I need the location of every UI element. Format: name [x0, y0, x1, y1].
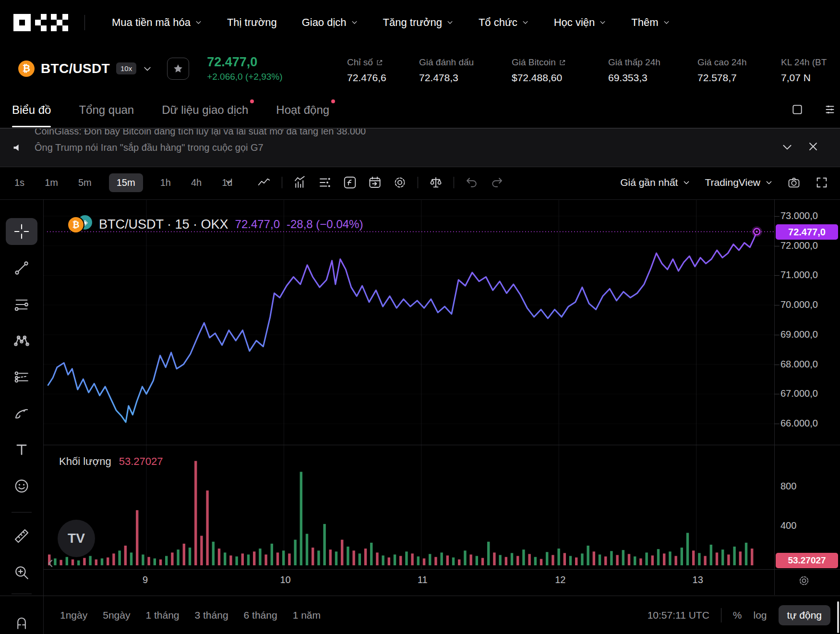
stat-label: Giá thấp 24h [608, 57, 660, 68]
time-axis-settings-icon[interactable] [798, 574, 810, 587]
nav-item-7[interactable]: Thêm [631, 16, 670, 29]
price-axis-label: 70.000,0 [780, 299, 818, 310]
goto-date-icon[interactable] [368, 175, 382, 190]
price-mode-dropdown[interactable]: Giá gần nhất [620, 177, 690, 188]
display-settings-icon[interactable] [318, 175, 332, 190]
chart-canvas[interactable] [43, 199, 774, 569]
timeframe-1s[interactable]: 1s [12, 173, 27, 192]
range-3-tháng[interactable]: 3 tháng [195, 610, 228, 621]
range-5ngày[interactable]: 5ngày [103, 610, 130, 621]
nav-item-1[interactable]: Mua tiền mã hóa [112, 16, 202, 29]
nav-item-5[interactable]: Tổ chức [479, 16, 529, 29]
axis-tick [774, 365, 780, 365]
speaker-icon [12, 141, 24, 154]
nav-item-6[interactable]: Học viện [554, 16, 607, 29]
pane-divider[interactable] [43, 445, 840, 445]
tab-tong-quan[interactable]: Tổng quan [79, 93, 134, 127]
fib-retracement-tool-icon[interactable] [13, 296, 30, 313]
emoji-tool-icon[interactable] [13, 478, 30, 494]
volume-axis-badge: 53.27027 [776, 553, 838, 568]
compare-scale-icon[interactable] [429, 175, 443, 190]
stat-value: 7,07 N [781, 72, 827, 84]
camera-icon[interactable] [787, 176, 801, 189]
timeframe-5m[interactable]: 5m [75, 173, 95, 192]
main-nav: Mua tiền mã hóaThị trườngGiao dịchTăng t… [112, 16, 670, 29]
timeframe-1h[interactable]: 1h [157, 173, 174, 192]
range-6-tháng[interactable]: 6 tháng [244, 610, 277, 621]
price-axis-label: 72.000,0 [780, 240, 818, 251]
stat-value: 72.476,6 [347, 72, 386, 84]
stat-6: KL 24h (BT7,07 N [781, 57, 827, 84]
indicators-icon[interactable] [293, 175, 307, 190]
zoom-in-tool-icon[interactable] [13, 564, 30, 581]
undo-icon[interactable] [465, 175, 479, 190]
nav-item-label: Học viện [554, 16, 595, 29]
nav-item-label: Tổ chức [479, 16, 517, 29]
tool-icons [257, 166, 504, 199]
timeframe-4h[interactable]: 4h [188, 173, 204, 192]
scrollbar-thumb[interactable] [837, 601, 839, 633]
tab-du-lieu-giao-dich[interactable]: Dữ liệu giao dịch [162, 93, 248, 127]
news-ticker[interactable]: CoinGlass: Đòn bẩy Bitcoin đang tích lũy… [0, 128, 840, 167]
collapse-left-icon[interactable] [45, 557, 57, 570]
nav-item-4[interactable]: Tăng trưởng [383, 16, 454, 29]
panel-settings-icon[interactable] [824, 103, 836, 116]
tab-bieu-đo[interactable]: Biểu đồ [12, 93, 51, 127]
line-style-icon[interactable] [257, 175, 271, 190]
news-close-icon[interactable] [807, 141, 819, 152]
external-link-icon[interactable] [559, 59, 566, 66]
scale-buttons: %logtự động [733, 605, 830, 625]
axis-tick [774, 275, 780, 276]
stat-5: Giá cao 24h72.578,7 [697, 57, 746, 84]
scale-tự-động[interactable]: tự động [779, 605, 830, 625]
toolbar-divider [282, 177, 282, 188]
range-1ngày[interactable]: 1ngày [60, 610, 87, 621]
long-position-tool-icon[interactable] [13, 369, 30, 385]
text-tool-icon[interactable] [13, 441, 30, 458]
stat-label: Giá đánh dấu [419, 57, 474, 68]
layout-icon[interactable] [791, 103, 804, 116]
nav-item-3[interactable]: Giao dịch [302, 16, 358, 29]
fx-indicator-icon[interactable] [343, 175, 357, 190]
sidebar-divider [12, 512, 32, 512]
redo-icon[interactable] [490, 175, 504, 190]
external-link-icon[interactable] [376, 59, 383, 66]
crosshair-tool-icon[interactable] [13, 223, 30, 240]
notification-dot [250, 99, 254, 103]
time-axis-label: 10 [280, 574, 290, 585]
notification-dot [331, 99, 335, 103]
ruler-tool-icon[interactable] [13, 528, 30, 544]
range-1-năm[interactable]: 1 năm [293, 610, 321, 621]
brush-tool-icon[interactable] [13, 405, 30, 421]
fullscreen-icon[interactable] [815, 176, 828, 189]
stat-3: Giá Bitcoin$72.488,60 [512, 57, 566, 84]
scale-%[interactable]: % [733, 610, 742, 621]
nav-item-2[interactable]: Thị trường [227, 16, 277, 29]
range-1-tháng[interactable]: 1 tháng [145, 610, 179, 621]
scale-log[interactable]: log [754, 610, 767, 621]
stat-label: Giá cao 24h [697, 57, 746, 68]
timeframe-15m[interactable]: 15m [109, 173, 143, 192]
timeframe-chevron-down-icon[interactable] [225, 178, 233, 186]
tab-label: Hoạt động [276, 103, 329, 117]
news-line-1[interactable]: CoinGlass: Đòn bẩy Bitcoin đang tích lũy… [35, 129, 745, 139]
price-axis[interactable]: 73.000,072.000,071.000,070.000,069.000,0… [774, 199, 840, 595]
drawing-toolbar [0, 199, 44, 634]
last-price-axis-badge: 72.477,0 [776, 224, 838, 240]
clock[interactable]: 10:57:11 UTC [648, 610, 709, 621]
timeframe-1m[interactable]: 1m [42, 173, 61, 192]
provider-dropdown[interactable]: TradingView [705, 177, 773, 188]
stat-1: Chỉ số72.476,6 [347, 57, 386, 84]
okx-logo[interactable] [13, 14, 68, 31]
tab-hoat-đong[interactable]: Hoạt động [276, 93, 329, 127]
xabcd-pattern-tool-icon[interactable] [13, 332, 30, 349]
tradingview-logo[interactable]: TV [58, 520, 95, 557]
pane-divider[interactable] [43, 569, 840, 570]
news-line-2[interactable]: Ông Trump nói Iran "sắp đầu hàng" trong … [35, 139, 745, 156]
chevron-down-icon [195, 19, 202, 26]
news-chevron-down-icon[interactable] [781, 141, 793, 153]
settings-gear-icon[interactable] [393, 175, 407, 190]
chart-toolbar: 1s1m5m15m1h4h1d Giá gần nhất TradingView [0, 166, 840, 200]
trend-line-tool-icon[interactable] [13, 260, 30, 276]
axis-tick [774, 305, 780, 305]
